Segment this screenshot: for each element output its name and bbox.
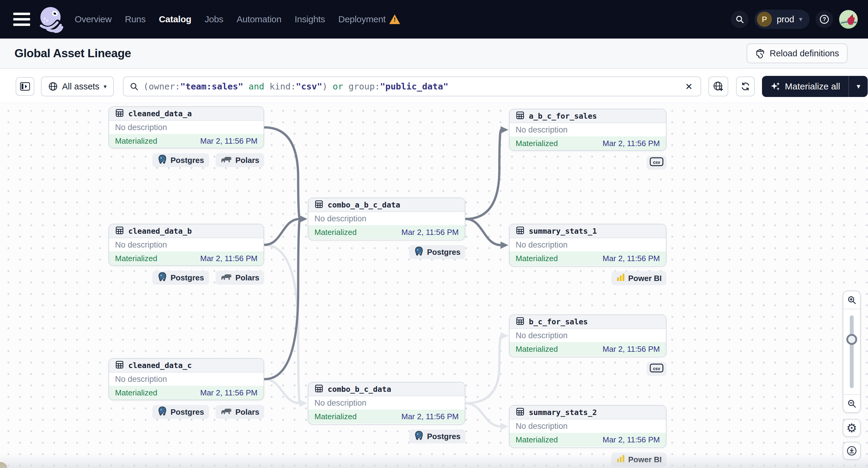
nav-tab-jobs[interactable]: Jobs [205, 14, 223, 24]
materialized-timestamp: Mar 2, 11:56 PM [603, 254, 660, 263]
materialized-status: Materialized [516, 345, 558, 354]
postgres-icon [157, 272, 167, 284]
asset-node-summary_stats_1[interactable]: summary_stats_1No descriptionMaterialize… [509, 224, 666, 267]
panel-expand-icon [20, 82, 30, 91]
search-query-text: (owner:"team:sales" and kind:"csv") or g… [143, 81, 683, 92]
table-icon [115, 360, 124, 370]
nav-tab-insights[interactable]: Insights [294, 14, 325, 24]
materialized-status: Materialized [115, 388, 157, 398]
zoom-out-button[interactable] [843, 395, 860, 412]
nav-tab-deployment[interactable]: Deployment [338, 14, 400, 24]
zoom-in-button[interactable] [843, 291, 860, 309]
svg-text:?: ? [823, 16, 826, 22]
chevron-down-icon: ▾ [799, 15, 802, 23]
gear-icon: ⚙ [846, 421, 857, 435]
csv-tag[interactable]: csv [647, 362, 666, 376]
help-icon[interactable]: ? [815, 10, 833, 28]
polars-icon [220, 273, 232, 283]
svg-text:csv: csv [653, 366, 660, 371]
edge-combo_b_c_data-to-summary_stats_2 [466, 403, 501, 427]
postgres-tag[interactable]: Postgres [409, 430, 465, 443]
nav-tab-runs[interactable]: Runs [125, 14, 146, 24]
postgres-tag[interactable]: Postgres [152, 271, 209, 285]
asset-search-input[interactable]: (owner:"team:sales" and kind:"csv") or g… [123, 76, 701, 96]
asset-name: combo_a_b_c_data [328, 200, 400, 209]
powerbi-tag[interactable]: Power BI [611, 271, 666, 285]
asset-node-cleaned_data_b[interactable]: cleaned_data_bNo descriptionMaterialized… [108, 224, 264, 266]
materialized-status: Materialized [516, 139, 558, 148]
refresh-graph-button[interactable] [736, 76, 755, 96]
asset-description: No description [109, 238, 264, 251]
zoom-slider-thumb[interactable] [846, 334, 857, 345]
postgres-tag[interactable]: Postgres [152, 153, 209, 167]
user-avatar[interactable] [839, 10, 858, 29]
edge-arrowhead [299, 215, 307, 223]
asset-node-a_b_c_for_sales[interactable]: a_b_c_for_salesNo descriptionMaterialize… [509, 109, 666, 151]
asset-node-cleaned_data_a[interactable]: cleaned_data_aNo descriptionMaterialized… [108, 106, 264, 149]
table-icon [115, 108, 124, 119]
reload-definitions-button[interactable]: Reload definitions [747, 43, 847, 63]
materialize-options-button[interactable]: ▼ [849, 76, 868, 97]
materialized-timestamp: Mar 2, 11:56 PM [200, 136, 257, 146]
nav-tab-catalog[interactable]: Catalog [159, 14, 191, 24]
asset-node-summary_stats_2[interactable]: summary_stats_2No descriptionMaterialize… [509, 405, 666, 448]
asset-tag-row: Power BI [509, 271, 666, 285]
table-icon [115, 226, 124, 236]
asset-node-cleaned_data_c[interactable]: cleaned_data_cNo descriptionMaterialized… [108, 358, 264, 400]
nav-tab-automation[interactable]: Automation [237, 14, 282, 24]
new-scope-button[interactable] [708, 76, 728, 96]
lineage-toolbar: All assets ▾ (owner:"team:sales" and kin… [0, 69, 868, 103]
open-sidebar-button[interactable] [16, 77, 34, 96]
materialized-status: Materialized [115, 254, 157, 263]
materialize-all-button[interactable]: Materialize all [762, 76, 849, 97]
dagster-logo[interactable] [37, 5, 66, 34]
asset-node-combo_a_b_c_data[interactable]: combo_a_b_c_dataNo descriptionMaterializ… [308, 197, 465, 240]
asset-node-header: summary_stats_2 [509, 406, 666, 419]
asset-name: b_c_for_sales [529, 317, 588, 326]
asset-status-row: MaterializedMar 2, 11:56 PM [509, 433, 666, 447]
materialized-timestamp: Mar 2, 11:56 PM [200, 388, 257, 398]
asset-scope-dropdown[interactable]: All assets ▾ [41, 76, 114, 96]
asset-tag-row: PostgresPolars [108, 153, 264, 167]
materialized-timestamp: Mar 2, 11:56 PM [200, 254, 257, 263]
asset-name: summary_stats_1 [529, 227, 597, 236]
globe-icon [48, 82, 58, 91]
polars-tag[interactable]: Polars [216, 271, 265, 285]
graph-settings-button[interactable]: ⚙ [843, 419, 861, 437]
main-nav-tabs: OverviewRunsCatalogJobsAutomationInsight… [75, 14, 400, 24]
asset-description: No description [509, 419, 666, 433]
download-graph-button[interactable] [843, 442, 861, 460]
deployment-switcher[interactable]: P prod ▾ [754, 10, 810, 29]
postgres-tag[interactable]: Postgres [409, 245, 465, 259]
asset-tag-row: csv [509, 362, 666, 376]
asset-node-combo_b_c_data[interactable]: combo_b_c_dataNo descriptionMaterialized… [308, 382, 465, 425]
polars-tag[interactable]: Polars [216, 153, 265, 167]
edge-arrowhead [299, 400, 307, 407]
postgres-tag[interactable]: Postgres [152, 405, 209, 419]
asset-node-b_c_for_sales[interactable]: b_c_for_salesNo descriptionMaterializedM… [509, 314, 666, 357]
asset-status-row: MaterializedMar 2, 11:56 PM [109, 386, 264, 400]
csv-tag[interactable]: csv [647, 156, 666, 169]
asset-status-row: MaterializedMar 2, 11:56 PM [308, 225, 465, 239]
asset-node-header: summary_stats_1 [509, 224, 666, 238]
edge-arrowhead [501, 423, 508, 430]
asset-scope-label: All assets [62, 82, 99, 92]
zoom-slider[interactable] [843, 309, 860, 394]
materialized-status: Materialized [516, 254, 558, 263]
hamburger-menu-icon[interactable] [13, 13, 30, 26]
polars-icon [220, 155, 232, 166]
sparkles-icon [770, 81, 781, 92]
asset-status-row: MaterializedMar 2, 11:56 PM [509, 136, 666, 150]
clear-search-icon[interactable]: ✕ [683, 81, 694, 92]
polars-tag[interactable]: Polars [216, 405, 265, 419]
page-title: Global Asset Lineage [14, 47, 131, 60]
lineage-graph-canvas[interactable]: cleaned_data_aNo descriptionMaterialized… [0, 103, 868, 468]
nav-tab-overview[interactable]: Overview [75, 14, 112, 24]
page-header: Global Asset Lineage Reload definitions [0, 38, 868, 69]
materialized-status: Materialized [314, 412, 356, 421]
postgres-icon [414, 430, 424, 443]
asset-tag-row: Power BI [509, 453, 666, 467]
powerbi-tag[interactable]: Power BI [611, 453, 666, 467]
search-icon[interactable] [731, 10, 748, 28]
materialized-timestamp: Mar 2, 11:56 PM [401, 228, 459, 237]
